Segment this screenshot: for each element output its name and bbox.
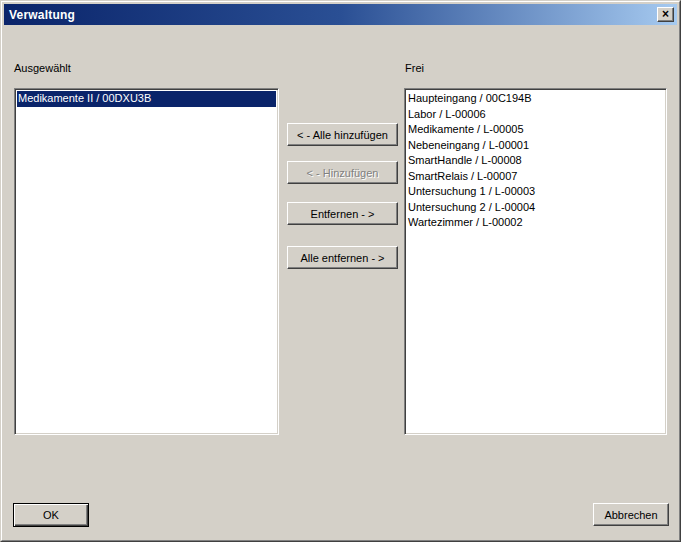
add-button[interactable]: < - Hinzufügen	[287, 161, 398, 184]
list-item[interactable]: Wartezimmer / L-00002	[407, 215, 664, 231]
dialog-frame: Verwaltung × Ausgewählt Frei Medikamente…	[1, 1, 680, 541]
selected-list-label: Ausgewählt	[14, 62, 71, 74]
list-item[interactable]: Nebeneingang / L-00001	[407, 138, 664, 154]
titlebar[interactable]: Verwaltung ×	[4, 4, 677, 25]
list-item[interactable]: Medikamente II / 00DXU3B	[17, 91, 276, 107]
cancel-button[interactable]: Abbrechen	[593, 503, 669, 526]
list-item[interactable]: Untersuchung 1 / L-00003	[407, 184, 664, 200]
list-item[interactable]: Labor / L-00006	[407, 107, 664, 123]
list-item[interactable]: Haupteingang / 00C194B	[407, 91, 664, 107]
list-item[interactable]: Medikamente / L-00005	[407, 122, 664, 138]
list-item[interactable]: SmartHandle / L-00008	[407, 153, 664, 169]
window-title: Verwaltung	[4, 8, 75, 22]
transfer-button-group: < - Alle hinzufügen < - Hinzufügen Entfe…	[287, 123, 398, 269]
ok-button[interactable]: OK	[13, 503, 89, 527]
add-all-button[interactable]: < - Alle hinzufügen	[287, 123, 398, 146]
close-button[interactable]: ×	[657, 7, 674, 22]
remove-button[interactable]: Entfernen - >	[287, 202, 398, 225]
close-icon: ×	[662, 8, 669, 20]
free-list-label: Frei	[405, 62, 424, 74]
free-listbox[interactable]: Haupteingang / 00C194BLabor / L-00006Med…	[404, 88, 667, 435]
list-item[interactable]: Untersuchung 2 / L-00004	[407, 200, 664, 216]
remove-all-button[interactable]: Alle entfernen - >	[287, 246, 398, 269]
verwaltung-dialog: Verwaltung × Ausgewählt Frei Medikamente…	[0, 0, 681, 542]
list-item[interactable]: SmartRelais / L-00007	[407, 169, 664, 185]
selected-listbox[interactable]: Medikamente II / 00DXU3B	[14, 88, 279, 435]
